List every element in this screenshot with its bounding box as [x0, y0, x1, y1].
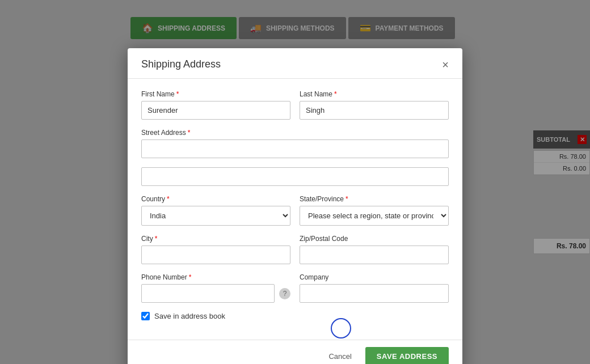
modal-footer: Cancel SAVE ADDRESS	[128, 340, 462, 364]
modal-close-button[interactable]: ×	[442, 59, 449, 70]
last-name-label: Last Name*	[300, 90, 449, 98]
city-zip-row: City* Zip/Postal Code	[141, 235, 449, 264]
save-address-label[interactable]: Save in address book	[154, 312, 225, 320]
save-address-checkbox[interactable]	[141, 312, 150, 320]
cancel-button[interactable]: Cancel	[322, 347, 358, 364]
save-address-button[interactable]: SAVE ADDRESS	[365, 347, 449, 364]
phone-input-row: ?	[141, 284, 290, 303]
phone-group: Phone Number* ?	[141, 273, 290, 303]
modal-title: Shipping Address	[141, 58, 221, 70]
modal-header: Shipping Address ×	[128, 48, 462, 79]
street-address-input-2[interactable]	[141, 167, 449, 186]
street-address-group: Street Address*	[141, 129, 449, 158]
country-select[interactable]: India United States United Kingdom Canad…	[141, 206, 290, 226]
shipping-address-modal: Shipping Address × First Name* Last Name…	[128, 48, 462, 364]
name-row: First Name* Last Name*	[141, 90, 449, 120]
street-address-label: Street Address*	[141, 129, 449, 137]
zip-label: Zip/Postal Code	[300, 235, 449, 243]
phone-label: Phone Number*	[141, 273, 290, 281]
state-group: State/Province* Please select a region, …	[300, 195, 449, 226]
last-name-input[interactable]	[300, 101, 449, 120]
last-name-group: Last Name*	[300, 90, 449, 120]
modal-overlay: Shipping Address × First Name* Last Name…	[0, 0, 590, 364]
city-group: City*	[141, 235, 290, 264]
state-label: State/Province*	[300, 195, 449, 203]
first-name-input[interactable]	[141, 101, 290, 120]
zip-input[interactable]	[300, 246, 449, 264]
first-name-group: First Name*	[141, 90, 290, 120]
city-input[interactable]	[141, 246, 290, 264]
company-label: Company	[300, 273, 449, 281]
street-address-group2	[141, 167, 449, 186]
phone-input[interactable]	[141, 284, 275, 303]
country-state-row: Country* India United States United King…	[141, 195, 449, 226]
country-group: Country* India United States United King…	[141, 195, 290, 226]
save-address-row: Save in address book	[141, 312, 449, 320]
zip-group: Zip/Postal Code	[300, 235, 449, 264]
company-group: Company	[300, 273, 449, 303]
phone-company-row: Phone Number* ? Company	[141, 273, 449, 303]
first-name-label: First Name*	[141, 90, 290, 98]
street-address-row: Street Address*	[141, 129, 449, 158]
country-label: Country*	[141, 195, 290, 203]
city-label: City*	[141, 235, 290, 243]
street-address-row2	[141, 167, 449, 186]
phone-help-icon[interactable]: ?	[279, 288, 290, 299]
state-select[interactable]: Please select a region, state or provinc…	[300, 206, 449, 226]
modal-body: First Name* Last Name* Street Address*	[128, 79, 462, 340]
company-input[interactable]	[300, 284, 449, 303]
street-address-input-1[interactable]	[141, 139, 449, 158]
